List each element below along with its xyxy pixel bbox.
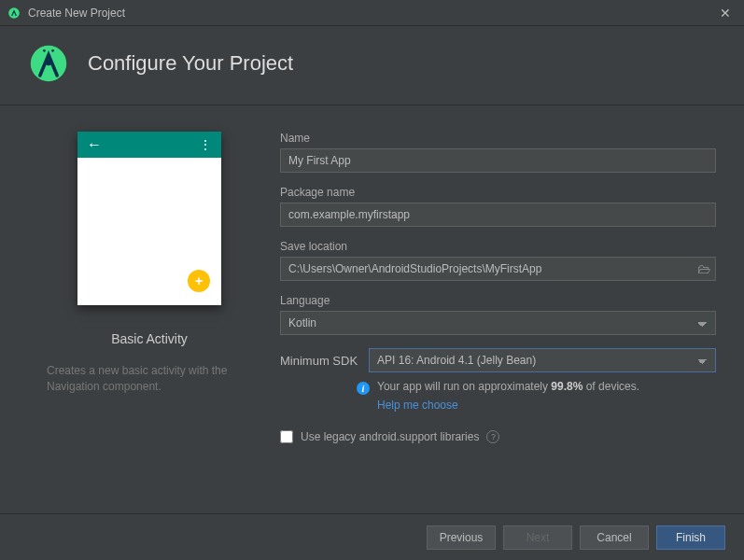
previous-button[interactable]: Previous (427, 525, 496, 550)
help-me-choose-link[interactable]: Help me choose (280, 399, 716, 412)
language-select[interactable]: Kotlin (280, 311, 716, 335)
info-icon: i (357, 382, 370, 395)
legacy-libraries-checkbox[interactable] (280, 430, 293, 443)
name-label: Name (280, 132, 716, 145)
minimum-sdk-label: Minimum SDK (280, 354, 358, 368)
svg-point-3 (43, 49, 46, 52)
svg-point-4 (51, 49, 54, 52)
template-description: Creates a new basic activity with the Na… (47, 363, 252, 395)
back-arrow-icon: ← (87, 136, 102, 153)
form-column: Name Package name Save location 🗁 Langua… (280, 132, 716, 497)
help-icon[interactable]: ? (486, 430, 499, 443)
browse-folder-icon[interactable]: 🗁 (697, 261, 710, 276)
template-name: Basic Activity (47, 331, 252, 346)
template-preview: ← ⋮ + (77, 132, 221, 305)
overflow-menu-icon: ⋮ (199, 137, 212, 152)
package-input[interactable] (280, 203, 716, 227)
finish-button[interactable]: Finish (656, 525, 725, 550)
svg-point-2 (46, 60, 51, 65)
save-location-input[interactable] (280, 257, 716, 281)
package-label: Package name (280, 186, 716, 199)
titlebar: Create New Project ✕ (0, 0, 744, 26)
save-location-label: Save location (280, 240, 716, 253)
footer-buttons: Previous Next Cancel Finish (0, 513, 744, 560)
language-label: Language (280, 294, 716, 307)
template-preview-column: ← ⋮ + Basic Activity Creates a new basic… (28, 132, 280, 497)
legacy-libraries-label: Use legacy android.support libraries (301, 430, 479, 443)
close-icon[interactable]: ✕ (714, 6, 737, 21)
android-studio-logo-icon (28, 43, 69, 84)
next-button: Next (503, 525, 572, 550)
content-area: ← ⋮ + Basic Activity Creates a new basic… (0, 105, 744, 497)
page-header: Configure Your Project (0, 26, 744, 105)
fab-icon: + (188, 270, 210, 292)
preview-appbar: ← ⋮ (77, 132, 221, 158)
window-title: Create New Project (28, 7, 714, 20)
android-studio-icon (7, 7, 21, 20)
minimum-sdk-select[interactable]: API 16: Android 4.1 (Jelly Bean) (369, 348, 716, 372)
sdk-info-text: Your app will run on approximately 99.8%… (377, 380, 639, 393)
cancel-button[interactable]: Cancel (580, 525, 649, 550)
svg-point-0 (8, 7, 20, 19)
page-title: Configure Your Project (88, 51, 293, 76)
name-input[interactable] (280, 148, 716, 173)
